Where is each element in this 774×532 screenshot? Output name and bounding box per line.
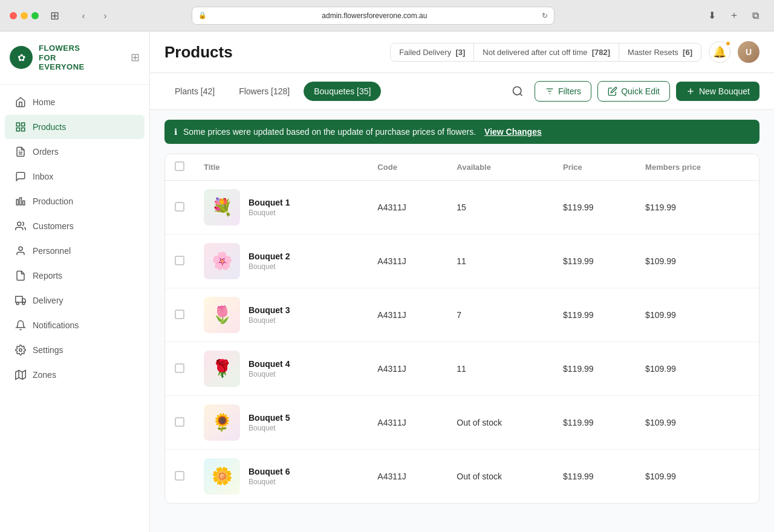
table-row[interactable]: 💐 Bouquet 1 Bouquet A4311J 15 $119.99 $1… [165,181,759,235]
alert-banner: ℹ Some prices were updated based on the … [164,120,759,144]
product-emoji: 🌷 [204,297,240,333]
sidebar-item-production[interactable]: Production [5,189,145,213]
sidebar-item-label-delivery: Delivery [33,296,63,305]
product-type: Bouquet [249,209,290,217]
table-row[interactable]: 🌷 Bouquet 3 Bouquet A4311J 7 $119.99 $10… [165,288,759,342]
back-button[interactable]: ‹ [75,7,92,24]
table-row[interactable]: 🌹 Bouquet 4 Bouquet A4311J 11 $119.99 $1… [165,342,759,396]
forward-button[interactable]: › [97,7,114,24]
logo-text: FLOWERSFOREVERYONE [39,44,85,72]
products-table-container: Title Code Available Price Members price… [164,154,759,504]
address-bar[interactable]: 🔒 admin.flowersforeverone.com.au ↻ [192,7,554,25]
row-code-cell: A4311J [368,396,447,450]
maximize-button[interactable] [31,12,39,19]
product-name: Bouquet 1 [249,198,290,207]
sidebar-item-reports[interactable]: Reports [5,264,145,288]
table-header: Title Code Available Price Members price [165,154,759,181]
sidebar-item-settings[interactable]: Settings [5,338,145,362]
product-thumbnail: 🌹 [204,351,240,387]
row-title-cell: 🌸 Bouquet 2 Bouquet [194,235,368,288]
row-checkbox[interactable] [175,471,184,481]
sidebar-item-label-inbox: Inbox [33,172,53,181]
tabs-button[interactable]: ⧉ [747,7,764,24]
tab-actions: Filters Quick Edit New Bouquet [507,80,759,102]
personnel-icon [15,245,27,257]
table-body: 💐 Bouquet 1 Bouquet A4311J 15 $119.99 $1… [165,181,759,504]
zones-icon [15,369,27,381]
row-available-cell: Out of stock [447,450,553,504]
browser-chrome: ⊞ ‹ › 🔒 admin.flowersforeverone.com.au ↻… [0,0,774,31]
sidebar-item-products[interactable]: Products [5,115,145,139]
row-checkbox[interactable] [175,202,184,212]
quick-edit-label: Quick Edit [621,86,660,96]
quick-edit-button[interactable]: Quick Edit [597,81,670,102]
reload-button[interactable]: ↻ [542,11,548,20]
svg-point-15 [19,349,22,352]
sidebar-toggle-button[interactable]: ⊞ [46,7,63,24]
sidebar-item-label-notifications: Notifications [33,320,79,330]
filters-button[interactable]: Filters [535,81,591,102]
downloads-button[interactable]: ⬇ [704,7,721,24]
svg-marker-12 [22,299,25,302]
failed-delivery-label: Failed Delivery [399,48,451,57]
logo-name: FLOWERSFOREVERYONE [39,44,85,72]
sidebar-item-orders[interactable]: Orders [5,140,145,164]
row-checkbox[interactable] [175,363,184,373]
sidebar-item-delivery[interactable]: Delivery [5,288,145,313]
row-checkbox[interactable] [175,310,184,319]
notification-badge [725,41,731,47]
avatar[interactable]: U [738,41,759,63]
available-header: Available [447,154,553,181]
row-price-cell: $119.99 [553,235,636,288]
product-cell: 🌷 Bouquet 3 Bouquet [204,297,358,333]
new-bouquet-button[interactable]: New Bouquet [676,82,759,101]
tab-plants[interactable]: Plants [42] [164,82,225,101]
settings-icon [15,344,27,356]
sidebar-item-inbox[interactable]: Inbox [5,164,145,189]
table-row[interactable]: 🌻 Bouquet 5 Bouquet A4311J Out of stock … [165,396,759,450]
new-bouquet-label: New Bouquet [699,86,750,96]
title-header: Title [194,154,368,181]
row-checkbox[interactable] [175,417,184,427]
tab-bouquetes[interactable]: Bouquetes [35] [304,82,381,101]
alert-message: Some prices were updated based on the up… [183,127,476,137]
select-all-checkbox[interactable] [175,161,184,171]
traffic-lights [10,12,39,19]
svg-point-9 [18,222,21,225]
svg-rect-2 [16,128,19,131]
sidebar-item-zones[interactable]: Zones [5,363,145,387]
product-type: Bouquet [249,316,290,325]
minimize-button[interactable] [21,12,28,19]
sidebar-item-home[interactable]: Home [5,90,145,114]
master-resets-badge[interactable]: Master Resets [6] [619,44,701,61]
delivery-icon [15,294,27,307]
table-row[interactable]: 🌸 Bouquet 2 Bouquet A4311J 11 $119.99 $1… [165,235,759,288]
row-price-cell: $119.99 [553,181,636,235]
sidebar-item-customers[interactable]: Customers [5,214,145,238]
table-row[interactable]: 🌼 Bouquet 6 Bouquet A4311J Out of stock … [165,450,759,504]
row-title-cell: 💐 Bouquet 1 Bouquet [194,181,368,235]
new-tab-button[interactable]: ＋ [726,7,743,24]
row-available-cell: Out of stock [447,396,553,450]
sidebar-item-personnel[interactable]: Personnel [5,239,145,263]
svg-rect-8 [23,201,25,205]
failed-delivery-badge[interactable]: Failed Delivery [3] [391,44,474,61]
close-button[interactable] [10,12,17,19]
row-checkbox-cell [165,396,194,450]
row-price-cell: $119.99 [553,342,636,396]
product-name: Bouquet 5 [249,413,290,423]
view-changes-link[interactable]: View Changes [484,127,542,137]
search-button[interactable] [507,80,528,102]
reports-icon [15,270,27,282]
product-name: Bouquet 2 [249,251,290,261]
notifications-button[interactable]: 🔔 [709,41,730,63]
sidebar-expand-icon[interactable]: ⊞ [131,51,140,64]
sidebar-item-notifications[interactable]: Notifications [5,313,145,337]
tab-flowers[interactable]: Flowers [128] [229,82,300,101]
product-cell: 🌻 Bouquet 5 Bouquet [204,404,358,441]
url-text: admin.flowersforeverone.com.au [210,11,538,20]
sidebar-logo: ✿ FLOWERSFOREVERYONE ⊞ [0,31,149,85]
product-type: Bouquet [249,424,290,432]
row-checkbox[interactable] [175,256,184,265]
not-delivered-badge[interactable]: Not delivered after cut off time [782] [474,44,619,61]
